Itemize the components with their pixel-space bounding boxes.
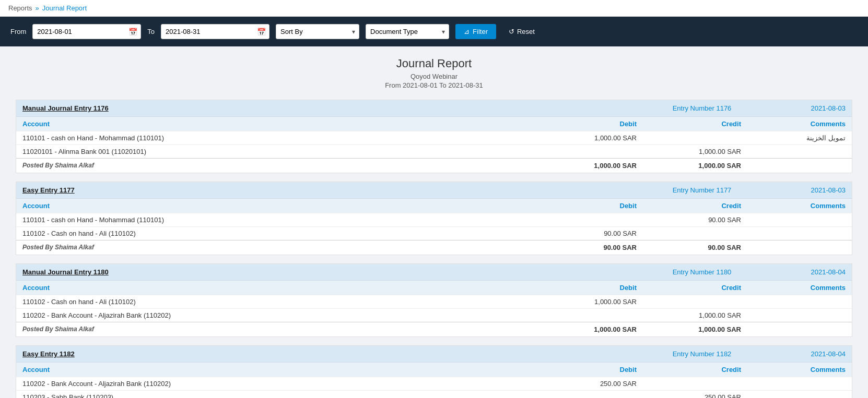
journal-block: Manual Journal Entry 1176Entry Number 11… [16, 100, 852, 173]
cell-comments [741, 230, 846, 237]
entry-number: Entry Number 1182 [637, 350, 767, 358]
table-row: 110202 - Bank Account - Aljazirah Bank (… [16, 377, 852, 390]
table-row: 110202 - Bank Account - Aljazirah Bank (… [16, 308, 852, 322]
entry-title[interactable]: Manual Journal Entry 1180 [22, 268, 637, 276]
total-debit: 1,000.00 SAR [532, 325, 637, 333]
cell-comments [741, 148, 846, 155]
cell-comments [741, 216, 846, 224]
col-header-comments: Comments [741, 284, 846, 292]
cell-account: 110101 - cash on Hand - Mohammad (110101… [22, 134, 532, 142]
cell-credit [637, 134, 741, 142]
cell-credit: 1,000.00 SAR [637, 148, 741, 155]
table-row: 110102 - Cash on hand - Ali (110102)1,00… [16, 295, 852, 308]
total-row: Posted By Shaima Alkaf1,000.00 SAR1,000.… [16, 158, 852, 173]
filter-button[interactable]: ⊿ Filter [455, 24, 496, 39]
col-header-debit: Debit [532, 202, 637, 210]
cell-debit [532, 311, 637, 319]
entry-header: Easy Entry 1177Entry Number 11772021-08-… [16, 182, 852, 198]
column-headers: AccountDebitCreditComments [16, 116, 852, 131]
entry-title[interactable]: Easy Entry 1182 [22, 350, 637, 358]
reset-icon: ↺ [509, 28, 514, 35]
col-header-account: Account [22, 202, 532, 210]
cell-debit [532, 216, 637, 224]
report-date-range: From 2021-08-01 To 2021-08-31 [16, 81, 852, 89]
entry-date: 2021-08-04 [767, 350, 846, 358]
report-company: Qoyod Webinar [16, 73, 852, 80]
cell-debit: 250.00 SAR [532, 380, 637, 388]
cell-debit [532, 393, 637, 398]
cell-credit [637, 230, 741, 237]
cell-account: 110102 - Cash on hand - Ali (110102) [22, 298, 532, 306]
to-label: To [147, 28, 155, 35]
table-row: 110101 - cash on Hand - Mohammad (110101… [16, 131, 852, 144]
col-header-account: Account [22, 366, 532, 373]
table-row: 110101 - cash on Hand - Mohammad (110101… [16, 213, 852, 226]
to-date-wrapper: 📅 [161, 24, 269, 39]
cell-account: 110101 - cash on Hand - Mohammad (110101… [22, 216, 532, 224]
entry-number: Entry Number 1180 [637, 268, 767, 276]
total-comments [741, 162, 846, 170]
total-credit: 1,000.00 SAR [637, 162, 741, 170]
col-header-account: Account [22, 284, 532, 292]
cell-credit: 1,000.00 SAR [637, 311, 741, 319]
total-comments [741, 325, 846, 333]
cell-debit: 1,000.00 SAR [532, 134, 637, 142]
top-nav: Reports » Journal Report [0, 0, 868, 17]
journal-block: Manual Journal Entry 1180Entry Number 11… [16, 263, 852, 337]
entry-header: Manual Journal Entry 1176Entry Number 11… [16, 100, 852, 116]
from-date-input[interactable] [37, 28, 125, 35]
cell-comments [741, 311, 846, 319]
posted-by: Posted By Shaima Alkaf [22, 325, 532, 333]
col-header-comments: Comments [741, 202, 846, 210]
entry-title[interactable]: Manual Journal Entry 1176 [22, 104, 637, 112]
entry-date: 2021-08-03 [767, 104, 846, 112]
journal-block: Easy Entry 1182Entry Number 11822021-08-… [16, 345, 852, 398]
entry-date: 2021-08-03 [767, 186, 846, 194]
col-header-debit: Debit [532, 120, 637, 128]
table-row: 110203 - Sabb Bank (110203)250.00 SAR [16, 390, 852, 398]
cell-credit: 250.00 SAR [637, 393, 741, 398]
breadcrumb-current: Journal Report [42, 4, 87, 12]
col-header-comments: Comments [741, 120, 846, 128]
col-header-debit: Debit [532, 284, 637, 292]
to-calendar-icon[interactable]: 📅 [257, 28, 266, 36]
entry-header: Easy Entry 1182Entry Number 11822021-08-… [16, 346, 852, 362]
cell-comments [741, 298, 846, 306]
document-type-wrapper: Document Type [366, 24, 449, 39]
posted-by: Posted By Shaima Alkaf [22, 244, 532, 251]
to-date-input[interactable] [166, 28, 253, 35]
cell-credit [637, 298, 741, 306]
cell-account: 110102 - Cash on hand - Ali (110102) [22, 230, 532, 237]
report-header: Journal Report Qoyod Webinar From 2021-0… [16, 57, 852, 89]
cell-account: 110202 - Bank Account - Aljazirah Bank (… [22, 380, 532, 388]
sort-by-select[interactable]: Sort By [276, 24, 359, 39]
main-content: Journal Report Qoyod Webinar From 2021-0… [0, 46, 868, 398]
filter-label: Filter [473, 28, 488, 35]
reset-button[interactable]: ↺ Reset [502, 24, 541, 39]
cell-account: 110203 - Sabb Bank (110203) [22, 393, 532, 398]
from-calendar-icon[interactable]: 📅 [128, 28, 137, 36]
cell-comments: تمويل الخزينة [741, 134, 846, 142]
table-row: 11020101 - Alinma Bank 001 (11020101)1,0… [16, 144, 852, 158]
filter-bar: From 📅 To 📅 Sort By Document Type ⊿ Filt… [0, 17, 868, 46]
sort-by-wrapper: Sort By [276, 24, 359, 39]
total-debit: 1,000.00 SAR [532, 162, 637, 170]
entries-container: Manual Journal Entry 1176Entry Number 11… [16, 100, 852, 398]
posted-by: Posted By Shaima Alkaf [22, 162, 532, 170]
entry-number: Entry Number 1176 [637, 104, 767, 112]
breadcrumb-parent[interactable]: Reports [8, 4, 32, 12]
entry-header: Manual Journal Entry 1180Entry Number 11… [16, 264, 852, 280]
cell-debit: 1,000.00 SAR [532, 298, 637, 306]
cell-credit [637, 380, 741, 388]
col-header-debit: Debit [532, 366, 637, 373]
document-type-select[interactable]: Document Type [366, 24, 449, 39]
breadcrumb: Reports » Journal Report [8, 4, 87, 12]
journal-block: Easy Entry 1177Entry Number 11772021-08-… [16, 182, 852, 255]
col-header-comments: Comments [741, 366, 846, 373]
col-header-credit: Credit [637, 120, 741, 128]
report-title: Journal Report [16, 57, 852, 70]
column-headers: AccountDebitCreditComments [16, 362, 852, 377]
cell-debit [532, 148, 637, 155]
total-comments [741, 244, 846, 251]
entry-title[interactable]: Easy Entry 1177 [22, 186, 637, 194]
